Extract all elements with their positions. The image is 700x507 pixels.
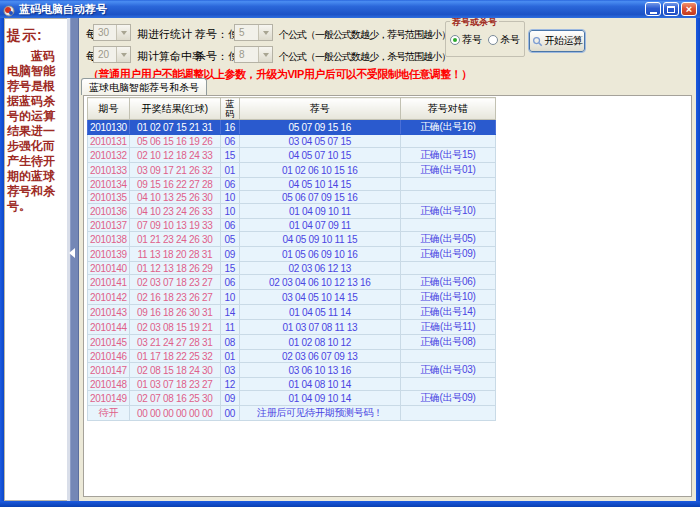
stat-periods-select[interactable]: 30 [93,24,131,41]
cell-result: 07 09 10 13 19 33 [129,219,220,232]
cell-blue: 00 [220,406,239,421]
table-row[interactable]: 201014402 03 08 15 19 211101 03 07 08 11… [88,320,496,335]
kill-formula-select[interactable]: 8 [234,46,273,63]
cell-result: 02 10 12 18 24 33 [129,148,220,163]
table-row[interactable]: 201013409 15 16 22 27 280604 05 10 14 15 [88,178,496,191]
table-row[interactable]: 201013001 02 07 15 21 311605 07 09 15 16… [88,120,496,135]
table-row[interactable]: 201013202 10 12 18 24 331504 05 07 10 15… [88,148,496,163]
cell-verdict: 正确(出号15) [400,148,495,163]
close-button[interactable]: × [681,2,697,16]
hitrate-periods-select[interactable]: 20 [93,46,131,63]
cell-verdict [400,178,495,191]
cell-result: 11 13 18 20 28 31 [129,247,220,262]
cell-blue: 11 [220,320,239,335]
results-table-body: 201013001 02 07 15 21 311605 07 09 15 16… [88,120,496,421]
table-row[interactable]: 201014801 03 07 18 23 271201 04 08 10 14 [88,378,496,391]
table-row[interactable]: 201013911 13 18 20 28 310901 05 06 09 10… [88,247,496,262]
chevron-down-icon[interactable] [116,47,130,62]
minimize-button[interactable] [645,2,661,16]
cell-recommend: 注册后可见待开期预测号码！ [239,406,400,421]
cell-verdict: 正确(出号03) [400,363,495,378]
header-result: 开奖结果(红球) [129,98,220,120]
table-row[interactable]: 201014702 08 15 18 24 300303 06 10 13 16… [88,363,496,378]
window-border-bottom[interactable] [0,501,700,507]
window-border-right [696,16,700,507]
radio-kill[interactable]: 杀号 [488,33,520,47]
cell-result: 01 12 13 18 26 29 [129,262,220,275]
recommend-formula-select[interactable]: 5 [234,24,273,41]
cell-recommend: 03 06 10 13 16 [239,363,400,378]
panel-splitter[interactable] [67,18,79,501]
table-row[interactable]: 201013105 06 15 16 19 260603 04 05 07 15 [88,135,496,148]
cell-blue: 10 [220,204,239,219]
table-row[interactable]: 201014601 17 18 22 25 320102 03 06 07 09… [88,350,496,363]
cell-recommend: 04 05 10 14 15 [239,178,400,191]
table-row[interactable]: 201013604 10 23 24 26 331001 04 09 10 11… [88,204,496,219]
table-row[interactable]: 201013801 21 23 24 26 300504 05 09 10 11… [88,232,496,247]
cell-verdict [400,135,495,148]
cell-period: 2010143 [88,305,130,320]
chevron-down-icon[interactable] [258,25,272,40]
cell-period: 2010133 [88,163,130,178]
cell-result: 01 03 07 18 23 27 [129,378,220,391]
table-row[interactable]: 201014309 16 18 26 30 311401 04 05 11 14… [88,305,496,320]
table-row[interactable]: 201014503 21 24 27 28 310801 02 08 10 12… [88,335,496,350]
radio-recommend[interactable]: 荐号 [450,33,482,47]
collapse-left-icon[interactable] [69,248,75,258]
cell-period: 2010148 [88,378,130,391]
header-recommend: 荐号 [239,98,400,120]
cell-blue: 14 [220,305,239,320]
run-button[interactable]: 开始运算 [529,30,585,52]
cell-result: 02 08 15 18 24 30 [129,363,220,378]
cell-period: 2010147 [88,363,130,378]
table-row[interactable]: 201013707 09 10 13 19 330601 04 07 09 11 [88,219,496,232]
recommend-formula-value: 5 [235,25,258,40]
cell-verdict [400,350,495,363]
table-row[interactable]: 201013504 10 13 25 26 301005 06 07 09 15… [88,191,496,204]
cell-blue: 08 [220,335,239,350]
cell-period: 2010132 [88,148,130,163]
cell-result: 02 03 07 18 23 27 [129,275,220,290]
cell-recommend: 01 02 08 10 12 [239,335,400,350]
maximize-button[interactable] [663,2,679,16]
chevron-down-icon[interactable] [258,47,272,62]
cell-verdict: 正确(出号10) [400,290,495,305]
cell-verdict: 正确(出号11) [400,320,495,335]
cell-verdict: 正确(出号05) [400,232,495,247]
chevron-down-icon[interactable] [116,25,130,40]
header-blue: 蓝码 [220,98,239,120]
cell-recommend: 01 04 07 09 11 [239,219,400,232]
title-bar[interactable]: 蓝码电脑自动荐号 × [0,0,700,18]
cell-period: 2010140 [88,262,130,275]
table-row[interactable]: 待开00 00 00 00 00 0000注册后可见待开期预测号码！ [88,406,496,421]
table-row[interactable]: 201014202 16 18 23 26 271003 04 05 10 14… [88,290,496,305]
cell-result: 01 21 23 24 26 30 [129,232,220,247]
tab-strip: 蓝球电脑智能荐号和杀号 [79,78,696,95]
radio-button-icon[interactable] [450,35,460,45]
table-row[interactable]: 201013303 09 17 21 26 320101 02 06 10 15… [88,163,496,178]
cell-period: 2010144 [88,320,130,335]
app-icon [3,3,15,15]
cell-recommend: 02 03 06 12 13 [239,262,400,275]
mode-groupbox: 荐号或杀号 荐号 杀号 [445,21,525,57]
cell-period: 2010139 [88,247,130,262]
cell-recommend: 05 07 09 15 16 [239,120,400,135]
table-row[interactable]: 201014001 12 13 18 26 291502 03 06 12 13 [88,262,496,275]
cell-blue: 16 [220,120,239,135]
tab-blueball-recommend[interactable]: 蓝球电脑智能荐号和杀号 [81,78,207,95]
cell-result: 04 10 13 25 26 30 [129,191,220,204]
kill-formula-note: 个公式（一般公式数越少，杀号范围越小） [279,50,450,64]
cell-period: 2010142 [88,290,130,305]
hitrate-periods-value: 20 [94,47,116,62]
radio-button-icon[interactable] [488,35,498,45]
cell-period: 2010149 [88,391,130,406]
cell-blue: 06 [220,135,239,148]
cell-recommend: 02 03 06 07 09 13 [239,350,400,363]
table-row[interactable]: 201014102 03 07 18 23 270602 03 04 06 10… [88,275,496,290]
table-row[interactable]: 201014902 07 08 16 25 300901 04 09 10 14… [88,391,496,406]
cell-result: 05 06 15 16 19 26 [129,135,220,148]
cell-recommend: 01 03 07 08 11 13 [239,320,400,335]
hint-title: 提示: [7,27,66,45]
cell-blue: 01 [220,163,239,178]
cell-period: 2010137 [88,219,130,232]
